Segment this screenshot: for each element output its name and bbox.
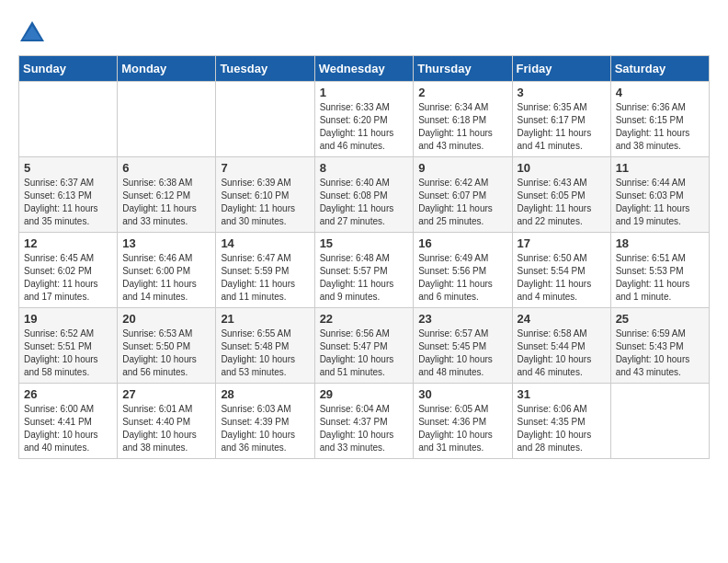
day-info: Sunrise: 6:03 AM Sunset: 4:39 PM Dayligh… [221, 403, 309, 454]
calendar-week-row: 19Sunrise: 6:52 AM Sunset: 5:51 PM Dayli… [19, 308, 710, 384]
day-number: 8 [320, 161, 409, 175]
day-number: 10 [518, 161, 606, 175]
calendar-cell: 10Sunrise: 6:43 AM Sunset: 6:05 PM Dayli… [512, 157, 610, 233]
calendar-cell: 30Sunrise: 6:05 AM Sunset: 4:36 PM Dayli… [414, 384, 512, 459]
weekday-row: SundayMondayTuesdayWednesdayThursdayFrid… [19, 56, 710, 82]
calendar-cell: 23Sunrise: 6:57 AM Sunset: 5:45 PM Dayli… [414, 308, 512, 384]
calendar-cell: 31Sunrise: 6:06 AM Sunset: 4:35 PM Dayli… [512, 384, 610, 459]
day-number: 29 [320, 387, 409, 401]
calendar-cell: 15Sunrise: 6:48 AM Sunset: 5:57 PM Dayli… [314, 233, 414, 308]
day-info: Sunrise: 6:43 AM Sunset: 6:05 PM Dayligh… [518, 177, 606, 228]
day-number: 21 [221, 312, 309, 326]
calendar-cell: 19Sunrise: 6:52 AM Sunset: 5:51 PM Dayli… [19, 308, 118, 384]
day-number: 13 [122, 236, 210, 250]
day-number: 24 [518, 312, 606, 326]
weekday-header: Saturday [610, 56, 709, 82]
weekday-header: Thursday [414, 56, 512, 82]
calendar-cell: 26Sunrise: 6:00 AM Sunset: 4:41 PM Dayli… [19, 384, 118, 459]
calendar-table: SundayMondayTuesdayWednesdayThursdayFrid… [18, 55, 710, 459]
calendar-cell: 2Sunrise: 6:34 AM Sunset: 6:18 PM Daylig… [414, 82, 512, 157]
day-info: Sunrise: 6:00 AM Sunset: 4:41 PM Dayligh… [24, 403, 112, 454]
calendar-cell: 6Sunrise: 6:38 AM Sunset: 6:12 PM Daylig… [118, 157, 216, 233]
day-number: 7 [221, 161, 309, 175]
day-info: Sunrise: 6:56 AM Sunset: 5:47 PM Dayligh… [320, 327, 409, 379]
calendar-week-row: 5Sunrise: 6:37 AM Sunset: 6:13 PM Daylig… [19, 157, 710, 233]
weekday-header: Tuesday [216, 56, 314, 82]
day-info: Sunrise: 6:44 AM Sunset: 6:03 PM Dayligh… [616, 177, 704, 228]
logo-icon [18, 18, 46, 46]
calendar-week-row: 26Sunrise: 6:00 AM Sunset: 4:41 PM Dayli… [19, 384, 710, 459]
weekday-header: Wednesday [314, 56, 414, 82]
calendar-cell: 29Sunrise: 6:04 AM Sunset: 4:37 PM Dayli… [314, 384, 414, 459]
day-info: Sunrise: 6:58 AM Sunset: 5:44 PM Dayligh… [518, 327, 606, 379]
day-number: 16 [418, 236, 506, 250]
day-info: Sunrise: 6:36 AM Sunset: 6:15 PM Dayligh… [616, 101, 704, 153]
day-info: Sunrise: 6:57 AM Sunset: 5:45 PM Dayligh… [418, 327, 506, 379]
day-info: Sunrise: 6:50 AM Sunset: 5:54 PM Dayligh… [518, 252, 606, 304]
calendar-cell: 16Sunrise: 6:49 AM Sunset: 5:56 PM Dayli… [414, 233, 512, 308]
day-number: 5 [24, 161, 112, 175]
day-number: 4 [616, 86, 704, 99]
day-info: Sunrise: 6:04 AM Sunset: 4:37 PM Dayligh… [320, 403, 409, 454]
day-number: 6 [122, 161, 210, 175]
day-number: 9 [418, 161, 506, 175]
calendar-cell: 13Sunrise: 6:46 AM Sunset: 6:00 PM Dayli… [118, 233, 216, 308]
calendar-cell: 20Sunrise: 6:53 AM Sunset: 5:50 PM Dayli… [118, 308, 216, 384]
day-number: 17 [518, 236, 606, 250]
day-info: Sunrise: 6:49 AM Sunset: 5:56 PM Dayligh… [418, 252, 506, 304]
calendar-cell: 28Sunrise: 6:03 AM Sunset: 4:39 PM Dayli… [216, 384, 314, 459]
calendar-cell: 27Sunrise: 6:01 AM Sunset: 4:40 PM Dayli… [118, 384, 216, 459]
logo [18, 18, 48, 46]
day-info: Sunrise: 6:59 AM Sunset: 5:43 PM Dayligh… [616, 327, 704, 379]
day-info: Sunrise: 6:01 AM Sunset: 4:40 PM Dayligh… [122, 403, 210, 454]
calendar-cell [118, 82, 216, 157]
calendar-week-row: 1Sunrise: 6:33 AM Sunset: 6:20 PM Daylig… [19, 82, 710, 157]
day-info: Sunrise: 6:45 AM Sunset: 6:02 PM Dayligh… [24, 252, 112, 304]
calendar-cell [19, 82, 118, 157]
calendar-cell: 4Sunrise: 6:36 AM Sunset: 6:15 PM Daylig… [610, 82, 709, 157]
day-info: Sunrise: 6:47 AM Sunset: 5:59 PM Dayligh… [221, 252, 309, 304]
day-number: 1 [320, 86, 409, 99]
day-number: 22 [320, 312, 409, 326]
day-number: 31 [518, 387, 606, 401]
calendar-cell [216, 82, 314, 157]
day-info: Sunrise: 6:39 AM Sunset: 6:10 PM Dayligh… [221, 177, 309, 228]
calendar-cell: 9Sunrise: 6:42 AM Sunset: 6:07 PM Daylig… [414, 157, 512, 233]
day-number: 30 [418, 387, 506, 401]
day-number: 11 [616, 161, 704, 175]
weekday-header: Friday [512, 56, 610, 82]
day-info: Sunrise: 6:33 AM Sunset: 6:20 PM Dayligh… [320, 101, 409, 153]
day-number: 20 [122, 312, 210, 326]
day-number: 3 [518, 86, 606, 99]
calendar-cell: 14Sunrise: 6:47 AM Sunset: 5:59 PM Dayli… [216, 233, 314, 308]
calendar-header: SundayMondayTuesdayWednesdayThursdayFrid… [19, 56, 710, 82]
day-info: Sunrise: 6:34 AM Sunset: 6:18 PM Dayligh… [418, 101, 506, 153]
day-info: Sunrise: 6:46 AM Sunset: 6:00 PM Dayligh… [122, 252, 210, 304]
calendar-body: 1Sunrise: 6:33 AM Sunset: 6:20 PM Daylig… [19, 82, 710, 459]
day-info: Sunrise: 6:37 AM Sunset: 6:13 PM Dayligh… [24, 177, 112, 228]
day-info: Sunrise: 6:35 AM Sunset: 6:17 PM Dayligh… [518, 101, 606, 153]
day-number: 28 [221, 387, 309, 401]
calendar-cell: 1Sunrise: 6:33 AM Sunset: 6:20 PM Daylig… [314, 82, 414, 157]
day-info: Sunrise: 6:51 AM Sunset: 5:53 PM Dayligh… [616, 252, 704, 304]
calendar-cell: 25Sunrise: 6:59 AM Sunset: 5:43 PM Dayli… [610, 308, 709, 384]
day-number: 15 [320, 236, 409, 250]
day-info: Sunrise: 6:48 AM Sunset: 5:57 PM Dayligh… [320, 252, 409, 304]
calendar-cell: 3Sunrise: 6:35 AM Sunset: 6:17 PM Daylig… [512, 82, 610, 157]
calendar-cell: 24Sunrise: 6:58 AM Sunset: 5:44 PM Dayli… [512, 308, 610, 384]
weekday-header: Monday [118, 56, 216, 82]
day-info: Sunrise: 6:06 AM Sunset: 4:35 PM Dayligh… [518, 403, 606, 454]
page-header [18, 18, 710, 46]
calendar-cell: 22Sunrise: 6:56 AM Sunset: 5:47 PM Dayli… [314, 308, 414, 384]
day-info: Sunrise: 6:53 AM Sunset: 5:50 PM Dayligh… [122, 327, 210, 379]
day-number: 2 [418, 86, 506, 99]
day-info: Sunrise: 6:52 AM Sunset: 5:51 PM Dayligh… [24, 327, 112, 379]
day-info: Sunrise: 6:05 AM Sunset: 4:36 PM Dayligh… [418, 403, 506, 454]
day-number: 26 [24, 387, 112, 401]
calendar-week-row: 12Sunrise: 6:45 AM Sunset: 6:02 PM Dayli… [19, 233, 710, 308]
calendar-cell: 12Sunrise: 6:45 AM Sunset: 6:02 PM Dayli… [19, 233, 118, 308]
weekday-header: Sunday [19, 56, 118, 82]
day-number: 27 [122, 387, 210, 401]
calendar-cell: 5Sunrise: 6:37 AM Sunset: 6:13 PM Daylig… [19, 157, 118, 233]
day-number: 18 [616, 236, 704, 250]
